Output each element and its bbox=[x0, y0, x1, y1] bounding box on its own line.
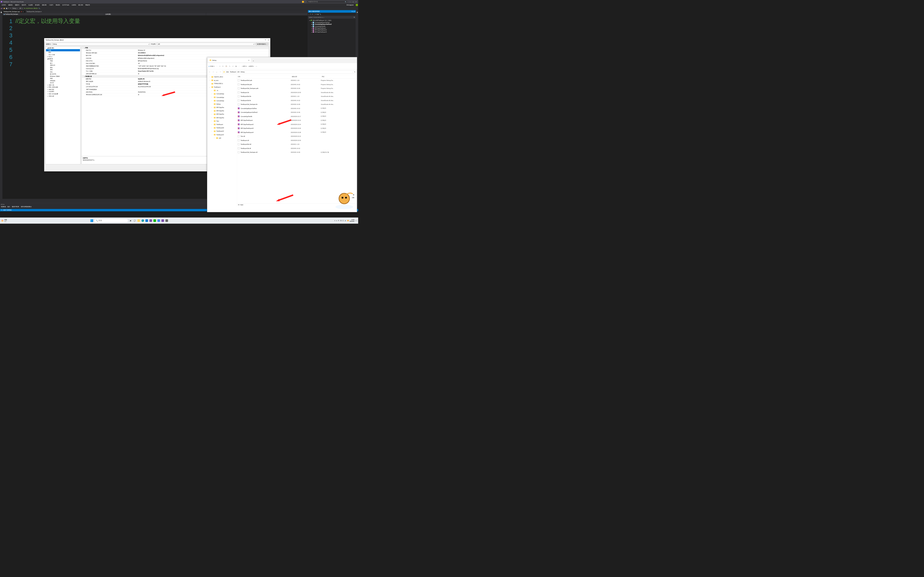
minimize-button[interactable]: ─ bbox=[349, 1, 351, 3]
tree-item[interactable]: ▷ XML 文档生成器 bbox=[46, 86, 80, 89]
tree-linker[interactable]: ◢ 链接器 bbox=[46, 58, 80, 60]
tray-expand-icon[interactable]: ∧ bbox=[334, 220, 335, 221]
config-combo[interactable]: Debug bbox=[52, 43, 150, 45]
tree-item[interactable]: 输入 bbox=[46, 62, 80, 64]
menu-edit[interactable]: 编辑(E) bbox=[7, 4, 14, 6]
file-row[interactable]: MFCAppTestExport22023/3/29 22:24应用程序 bbox=[237, 122, 357, 126]
project-item[interactable]: ▸ ConsoleAppTestlib bbox=[309, 25, 355, 27]
property-tree[interactable]: ◢ 配置属性 常规 调试 VC++ 目录 ▷ C/C++ ◢ 链接器 常规输入清… bbox=[45, 47, 81, 164]
paste-icon[interactable]: 📋 bbox=[225, 65, 227, 67]
platform-dropdown[interactable]: x64 bbox=[19, 7, 23, 10]
tab-cpp[interactable]: TestExportVal_Declspec.cpp📌✕ bbox=[2, 10, 26, 13]
copy-icon[interactable]: ⎘ bbox=[223, 65, 223, 67]
menu-test[interactable]: 测试(S) bbox=[54, 4, 61, 6]
project-item[interactable]: ▸ MFCAppTestExport3 bbox=[309, 31, 355, 33]
solution-search-input[interactable]: 搜索解决方案资源管理器(Ctrl+;)🔍 bbox=[308, 16, 355, 19]
weather-widget[interactable]: 今日 热点 bbox=[1, 219, 7, 222]
menu-tools[interactable]: 工具(T) bbox=[48, 4, 54, 6]
view-button[interactable]: ≡ 查看 ▾ bbox=[249, 65, 254, 67]
tree-item[interactable]: 系统 bbox=[46, 69, 80, 71]
forward-button[interactable]: → bbox=[212, 71, 215, 73]
network-icon[interactable]: 📶 bbox=[347, 220, 349, 221]
notification-icon[interactable]: 💬 bbox=[355, 220, 357, 221]
col-type[interactable]: 类型 bbox=[321, 75, 357, 78]
maximize-button[interactable]: ◻ bbox=[352, 1, 354, 3]
file-row[interactable]: MFCAppTestExport32023/3/29 22:26应用程序 bbox=[237, 126, 357, 131]
folder-tree-item[interactable]: ›TestExport bbox=[208, 122, 236, 126]
project-item[interactable]: ▸ MFCAppTestExport bbox=[309, 27, 355, 29]
delete-icon[interactable]: 🗑 bbox=[235, 65, 237, 67]
file-row[interactable]: MFCAppTestExport42023/3/29 22:28应用程序 bbox=[237, 131, 357, 134]
folder-tree-item[interactable]: ›x64 bbox=[208, 136, 236, 140]
volume-icon[interactable]: 🔊 bbox=[345, 220, 346, 221]
cut-icon[interactable]: ✂ bbox=[220, 65, 221, 67]
open-icon[interactable]: 📂 bbox=[3, 8, 5, 9]
menu-analyze[interactable]: 分析(N) bbox=[70, 4, 77, 6]
tree-debug[interactable]: 调试 bbox=[46, 51, 80, 53]
file-row[interactable]: Test.dll2023/3/29 22:10 bbox=[237, 134, 357, 138]
tree-vcdirs[interactable]: VC++ 目录 bbox=[46, 53, 80, 56]
folder-tree-item[interactable]: ›Test bbox=[208, 119, 236, 122]
file-row[interactable]: TestExportVal.lib2023/4/6 14:22VisualStu… bbox=[237, 98, 357, 103]
folder-tree-item[interactable]: ›MFCAppTes bbox=[208, 116, 236, 119]
folder-tree-item[interactable]: ›.vs bbox=[208, 89, 236, 92]
toolbar-icon[interactable]: 🔧 bbox=[39, 8, 40, 9]
tab-close-icon[interactable]: ✕ bbox=[23, 11, 23, 12]
file-row[interactable]: ConsoleAppTestlib2023/3/29 22:17应用程序 bbox=[237, 114, 357, 118]
config-manager-button[interactable]: 配置管理器(O)... bbox=[256, 43, 268, 45]
sort-button[interactable]: ↕ 排序 ▾ bbox=[242, 65, 247, 67]
start-debug-button[interactable]: ▶ 本地 Windows 调试器 ▾ bbox=[24, 8, 38, 9]
file-row[interactable]: TestExportVal.dll2023/4/6 14:22 bbox=[237, 146, 357, 150]
mascot-label[interactable]: 扩展 bbox=[351, 197, 355, 199]
tab-find-symbols[interactable]: 查找符号结果 bbox=[12, 206, 19, 208]
collapse-icon[interactable]: ⊟ bbox=[315, 13, 317, 15]
folder-tree-item[interactable]: ›TestExportV bbox=[208, 130, 236, 133]
col-name[interactable]: 名称 bbox=[237, 75, 291, 78]
crumb-desktop[interactable]: 桌面 bbox=[226, 71, 229, 73]
lang-icon[interactable]: 英 bbox=[340, 220, 342, 221]
folder-tree-item[interactable]: ›ConsoleApp bbox=[208, 99, 236, 102]
folder-tree-item[interactable]: ›qt_proj bbox=[208, 79, 236, 82]
property-row[interactable]: 输出目录$(SolutionDir)$(Platform)\$(Configur… bbox=[81, 54, 269, 57]
chat-icon[interactable]: 💬 bbox=[133, 219, 136, 222]
tree-item[interactable]: 调试 bbox=[46, 66, 80, 69]
feedback-icon[interactable] bbox=[304, 1, 306, 3]
tree-item[interactable]: 所有选项 bbox=[46, 80, 80, 82]
task-view-icon[interactable]: ◩ bbox=[129, 219, 132, 222]
file-row[interactable]: ConsoleAppExportValTest2023/4/6 14:22应用程… bbox=[237, 106, 357, 111]
breadcrumb[interactable]: 📁› 桌面› TestExport› x64› Debug ⌄↻ bbox=[223, 70, 356, 73]
crumb-debug[interactable]: Debug bbox=[241, 71, 244, 73]
start-button[interactable] bbox=[90, 219, 93, 222]
menu-team[interactable]: 团队(M) bbox=[41, 4, 48, 6]
file-row[interactable]: TestExportVal_Declspec.lib2023/4/6 14:26… bbox=[237, 102, 357, 106]
store-icon[interactable] bbox=[145, 219, 148, 222]
recent-button[interactable]: ⌄ bbox=[215, 71, 218, 73]
tray-icon[interactable]: ● bbox=[336, 220, 337, 221]
section-header[interactable]: ⌄ 常规 bbox=[81, 47, 269, 49]
member-dropdown[interactable]: (全局范围) bbox=[104, 13, 206, 15]
notification-badge-icon[interactable] bbox=[302, 1, 304, 3]
tree-item[interactable]: Windows 元数据 bbox=[46, 75, 80, 77]
other-icon[interactable] bbox=[165, 219, 168, 222]
vs-running-icon[interactable] bbox=[161, 219, 164, 222]
folder-tree-item[interactable]: ›ConsoleApp bbox=[208, 92, 236, 95]
tab-package-manager[interactable]: 程序包管理器控制台 bbox=[21, 206, 32, 208]
taskbar-search[interactable]: 🔍搜索 bbox=[94, 219, 128, 222]
tree-config-root[interactable]: ◢ 配置属性 bbox=[46, 47, 80, 49]
planner-icon[interactable] bbox=[157, 219, 160, 222]
rename-icon[interactable]: ✎ bbox=[229, 65, 231, 67]
tree-item[interactable]: 常规 bbox=[46, 60, 80, 62]
file-row[interactable]: MFCAppTestExport2023/3/29 22:22应用程序 bbox=[237, 118, 357, 122]
tree-cpp[interactable]: ▷ C/C++ bbox=[46, 56, 80, 58]
back-button[interactable]: ← bbox=[208, 71, 211, 73]
redo-icon[interactable]: ↷ bbox=[10, 8, 11, 9]
folder-tree-item[interactable]: T00ls内部旁注 bbox=[208, 82, 236, 85]
zoom-level[interactable]: 376 % bbox=[1, 204, 4, 205]
file-row[interactable]: ConsoleAppExportValTest22023/4/6 14:46应用… bbox=[237, 110, 357, 114]
tree-item[interactable]: 清单文件 bbox=[46, 64, 80, 66]
folder-tree[interactable]: ›OpenGl_demo›qt_projT00ls内部旁注⌄TestExport… bbox=[207, 75, 237, 206]
sync-icon[interactable]: ⟲ bbox=[312, 13, 313, 15]
tree-item[interactable]: 命令行 bbox=[46, 82, 80, 84]
property-row[interactable]: 目标平台Windows 10 bbox=[81, 49, 269, 52]
folder-tree-item[interactable]: ⌄TestExportV bbox=[208, 133, 236, 136]
